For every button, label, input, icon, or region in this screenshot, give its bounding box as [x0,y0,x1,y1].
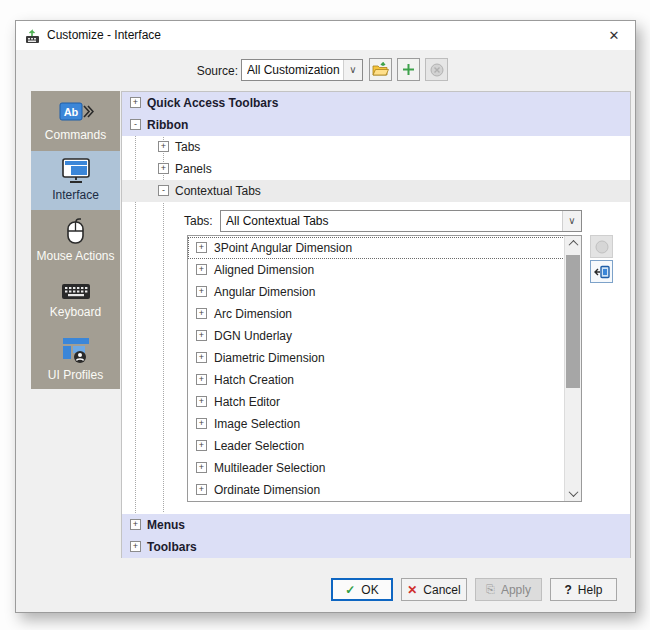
expand-icon[interactable]: + [196,418,207,429]
question-icon: ? [564,583,571,597]
open-file-button[interactable] [369,58,392,81]
expand-icon[interactable]: + [196,484,207,495]
expand-icon[interactable]: + [130,519,141,530]
tree-label: Menus [147,514,185,536]
tree-row-ribbon[interactable]: - Ribbon [122,114,630,136]
list-item-label: Ordinate Dimension [214,479,320,501]
tree-row-tabs[interactable]: + Tabs [122,136,630,158]
expand-icon[interactable]: + [158,141,169,152]
add-source-button[interactable] [397,58,420,81]
tree-row-panels[interactable]: + Panels [122,158,630,180]
close-button[interactable]: ✕ [593,21,635,50]
expand-icon[interactable]: + [196,440,207,451]
list-item-label: Angular Dimension [214,281,315,303]
list-item-label: Multileader Selection [214,457,325,479]
list-item[interactable]: + Ordinate Dimension [188,479,565,501]
help-button[interactable]: ? Help [550,578,617,601]
collapse-icon[interactable]: - [130,119,141,130]
apply-icon: ⎘ [486,583,495,596]
expand-icon[interactable]: + [196,242,207,253]
list-item-label: Hatch Editor [214,391,280,413]
tabs-filter-combobox[interactable]: All Contextual Tabs ∨ [220,210,582,232]
expand-icon[interactable]: + [196,286,207,297]
list-item[interactable]: + DGN Underlay [188,325,565,347]
edit-tab-button[interactable] [590,260,613,283]
sidebar-item-label: UI Profiles [48,368,103,382]
tree-row-quick-access[interactable]: + Quick Access Toolbars [122,92,630,114]
scroll-down-button[interactable] [565,486,581,501]
remove-source-button [425,58,448,81]
tree-label: Quick Access Toolbars [147,92,278,114]
expand-icon[interactable]: + [196,330,207,341]
list-item[interactable]: + Aligned Dimension [188,259,565,281]
scrollbar-thumb[interactable] [566,255,580,388]
sidebar-item-interface[interactable]: Interface [31,151,120,211]
list-item[interactable]: + 3Point Angular Dimension [188,237,565,259]
expand-icon[interactable]: + [196,462,207,473]
customize-dialog: Customize - Interface ✕ Source: All Cust… [15,20,636,613]
source-combobox[interactable]: All Customization Files ∨ [241,59,363,81]
expand-icon[interactable]: + [130,541,141,552]
expand-icon[interactable]: + [158,163,169,174]
chevron-down-icon[interactable]: ∨ [562,211,581,231]
titlebar: Customize - Interface ✕ [16,21,635,50]
sidebar-item-label: Commands [45,128,106,142]
list-scrollbar[interactable] [564,236,581,501]
expand-icon[interactable]: + [130,97,141,108]
scroll-up-button[interactable] [565,236,581,251]
list-item-label: Arc Dimension [214,303,292,325]
tree-label: Panels [175,158,212,180]
tree-row-contextual-tabs[interactable]: - Contextual Tabs [122,180,630,202]
list-item[interactable]: + Image Selection [188,413,565,435]
tabs-filter-label: Tabs: [184,214,213,228]
list-item[interactable]: + Diametric Dimension [188,347,565,369]
sidebar-item-label: Mouse Actions [36,249,114,263]
ok-button[interactable]: ✓ OK [331,578,393,601]
expand-icon[interactable]: + [196,308,207,319]
edit-panel-icon [594,265,610,279]
list-item[interactable]: + Leader Selection [188,435,565,457]
list-item-label: 3Point Angular Dimension [214,237,352,259]
tree-row-menus[interactable]: + Menus [122,514,630,536]
keyboard-icon [61,281,91,301]
expand-icon[interactable]: + [196,264,207,275]
delete-icon [430,63,444,77]
tree-label: Ribbon [147,114,188,136]
list-item-label: Diametric Dimension [214,347,325,369]
mouse-icon [65,217,87,245]
tree-row-toolbars[interactable]: + Toolbars [122,536,630,558]
sidebar-item-mouse-actions[interactable]: Mouse Actions [31,210,120,270]
list-item-label: DGN Underlay [214,325,292,347]
help-button-label: Help [578,583,603,597]
sidebar-item-label: Interface [52,188,99,202]
tree-label: Toolbars [147,536,197,558]
delete-tab-button [590,235,613,258]
check-icon: ✓ [345,583,355,597]
contextual-tabs-list: + 3Point Angular Dimension + Aligned Dim… [187,235,582,502]
customize-icon [25,28,41,44]
list-item[interactable]: + Multileader Selection [188,457,565,479]
list-item[interactable]: + Hatch Creation [188,369,565,391]
sidebar-item-ui-profiles[interactable]: UI Profiles [31,329,120,389]
expand-icon[interactable]: + [196,374,207,385]
interface-icon [61,158,91,184]
sidebar-item-commands[interactable]: Ab Commands [31,91,120,151]
cancel-button[interactable]: ✕ Cancel [401,578,467,601]
interface-tree: + Quick Access Toolbars - Ribbon + Tabs … [121,91,631,558]
expand-icon[interactable]: + [196,396,207,407]
tabs-filter-value: All Contextual Tabs [226,211,561,231]
list-item[interactable]: + Angular Dimension [188,281,565,303]
list-item-label: Hatch Creation [214,369,294,391]
list-item[interactable]: + Hatch Editor [188,391,565,413]
apply-button-label: Apply [501,583,531,597]
category-sidebar: Ab Commands Interface [31,91,120,389]
collapse-icon[interactable]: - [158,185,169,196]
sidebar-item-keyboard[interactable]: Keyboard [31,270,120,330]
chevron-down-icon[interactable]: ∨ [343,60,362,80]
expand-icon[interactable]: + [196,352,207,363]
svg-text:Ab: Ab [63,106,78,118]
list-item[interactable]: + Arc Dimension [188,303,565,325]
list-item-label: Leader Selection [214,435,304,457]
sidebar-item-label: Keyboard [50,305,101,319]
x-icon: ✕ [407,583,417,597]
